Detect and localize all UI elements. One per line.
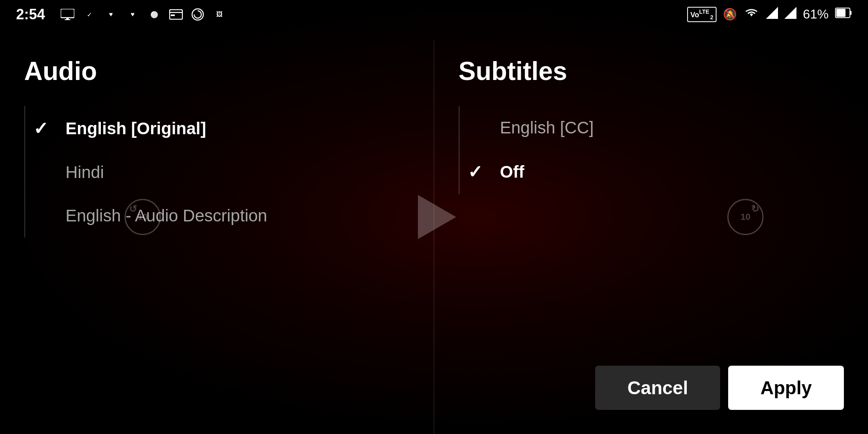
audio-option-list: ✓ English [Original] Hindi English - Aud… <box>24 106 409 237</box>
signal-icon1 <box>766 7 778 22</box>
status-icons-left: ✓ ♥ ♥ ⚪ 🖼 <box>60 7 227 22</box>
check-status-icon: ✓ <box>82 7 96 22</box>
svg-rect-1 <box>66 18 69 19</box>
check-off-icon: ✓ <box>468 162 492 182</box>
svg-rect-2 <box>65 19 70 20</box>
audio-option-english-original-label: English [Original] <box>66 119 206 138</box>
circle-icon: ⚪ <box>147 7 162 22</box>
heart-icon1: ♥ <box>104 7 118 22</box>
card-icon <box>169 7 183 22</box>
loop-icon <box>190 7 205 22</box>
heart-icon2: ♥ <box>125 7 140 22</box>
apply-button[interactable]: Apply <box>728 366 844 410</box>
subtitle-option-off[interactable]: ✓ Off <box>459 149 844 194</box>
audio-option-audio-description[interactable]: English - Audio Description <box>24 194 409 237</box>
audio-option-hindi-label: Hindi <box>66 163 104 182</box>
cancel-button[interactable]: Cancel <box>595 366 720 410</box>
subtitle-option-english-cc[interactable]: English [CC] <box>459 106 844 149</box>
svg-marker-8 <box>784 7 796 19</box>
battery-icon <box>835 8 852 21</box>
mute-icon: 🔕 <box>723 8 737 21</box>
image-icon: 🖼 <box>212 7 227 22</box>
signal-icon2 <box>784 7 796 22</box>
subtitles-title: Subtitles <box>459 56 844 86</box>
status-bar: 2:54 ✓ ♥ ♥ ⚪ <box>0 0 868 29</box>
audio-option-english-original[interactable]: ✓ English [Original] <box>24 106 409 151</box>
svg-rect-5 <box>171 14 175 16</box>
svg-rect-11 <box>836 9 845 17</box>
svg-rect-10 <box>850 11 852 15</box>
check-english-original-icon: ✓ <box>33 118 57 139</box>
audio-title: Audio <box>24 56 409 86</box>
subtitles-option-list: English [CC] ✓ Off <box>459 106 844 194</box>
svg-marker-7 <box>766 7 778 19</box>
bottom-buttons: Cancel Apply <box>595 366 844 410</box>
subtitle-option-english-cc-label: English [CC] <box>500 118 594 137</box>
subtitle-option-off-label: Off <box>500 162 524 182</box>
svg-rect-0 <box>61 9 74 18</box>
status-icons-right: VoLTE2 🔕 61% <box>687 7 852 23</box>
wifi-icon <box>743 7 760 22</box>
screencast-icon <box>60 7 75 22</box>
audio-panel: Audio ✓ English [Original] Hindi English… <box>0 40 434 434</box>
battery-percentage: 61% <box>803 7 829 22</box>
status-time: 2:54 <box>16 6 45 23</box>
volte-icon: VoLTE2 <box>687 7 717 23</box>
audio-option-audio-description-label: English - Audio Description <box>66 206 267 225</box>
audio-option-hindi[interactable]: Hindi <box>24 151 409 194</box>
